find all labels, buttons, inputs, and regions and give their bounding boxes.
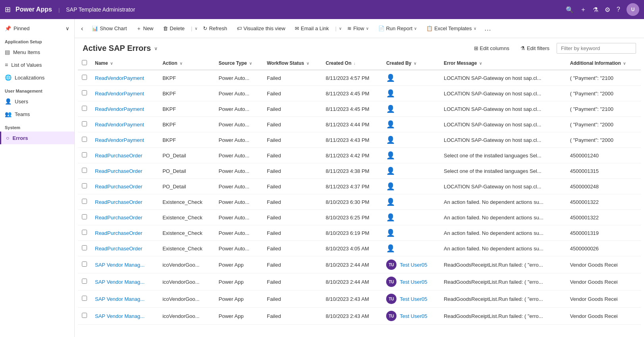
row-name-link[interactable]: ReadPurchaseOrder — [95, 230, 142, 236]
row-name-link[interactable]: SAP Vendor Manag... — [95, 279, 145, 285]
help-icon[interactable]: ? — [617, 6, 620, 13]
row-checkbox[interactable] — [82, 261, 87, 267]
row-workflow-status-cell: Failed — [263, 132, 322, 148]
flow-button[interactable]: ≋ Flow ∨ — [343, 23, 372, 34]
row-action-cell: PO_Detail — [159, 163, 215, 179]
sidebar-item-menu-items[interactable]: ▤ Menu Items — [0, 46, 74, 58]
row-checkbox[interactable] — [82, 152, 87, 157]
visualize-button[interactable]: 🏷 Visualize this view — [233, 23, 289, 34]
row-name-link[interactable]: ReadVendorPayment — [95, 75, 144, 81]
user-name-link[interactable]: Test User05 — [400, 296, 427, 302]
col-header-action[interactable]: Action ∨ — [159, 57, 215, 70]
select-all-header[interactable] — [78, 57, 91, 70]
col-header-error-message[interactable]: Error Message ∨ — [440, 57, 566, 70]
back-button[interactable]: ‹ — [78, 23, 86, 34]
row-checkbox-cell — [78, 163, 91, 179]
edit-columns-button[interactable]: ⊞ Edit columns — [470, 43, 513, 53]
row-name-link[interactable]: ReadPurchaseOrder — [95, 215, 142, 221]
row-checkbox[interactable] — [82, 230, 87, 235]
section-user-management: User Management — [0, 84, 74, 95]
user-avatar[interactable]: U — [627, 3, 639, 16]
more-options-button[interactable]: … — [482, 24, 494, 33]
run-report-button[interactable]: 📄 Run Report ∨ — [374, 23, 421, 34]
add-icon[interactable]: ＋ — [580, 6, 586, 14]
row-created-on-cell: 8/10/2023 2:44 AM — [322, 256, 382, 273]
user-name-link[interactable]: Test User05 — [400, 279, 427, 285]
row-name-link[interactable]: ReadVendorPayment — [95, 122, 144, 128]
table-row: ReadPurchaseOrderPO_DetailPower Auto...F… — [78, 148, 641, 163]
email-link-button[interactable]: ✉ Email a Link — [291, 23, 333, 34]
sidebar-item-localizations[interactable]: 🌐 Localizations — [0, 71, 74, 84]
col-header-created-on[interactable]: Created On ↓ — [322, 57, 382, 70]
row-name-link[interactable]: ReadPurchaseOrder — [95, 184, 142, 190]
col-header-created-by[interactable]: Created By ∨ — [382, 57, 440, 70]
row-checkbox[interactable] — [82, 199, 87, 204]
show-chart-button[interactable]: 📊 Show Chart — [88, 23, 131, 34]
user-name-link[interactable]: Test User05 — [400, 313, 427, 319]
row-checkbox[interactable] — [82, 90, 87, 95]
row-name-link[interactable]: SAP Vendor Manag... — [95, 313, 145, 319]
row-checkbox[interactable] — [82, 214, 87, 219]
dropdown-icon-1[interactable]: ∨ — [195, 26, 197, 31]
dropdown-icon-2[interactable]: ∨ — [339, 26, 342, 31]
filter-icon[interactable]: ⚗ — [593, 6, 598, 14]
row-name-link[interactable]: ReadVendorPayment — [95, 106, 144, 112]
user-name-link[interactable]: Test User05 — [400, 262, 427, 268]
row-checkbox[interactable] — [82, 296, 87, 301]
row-name-link[interactable]: SAP Vendor Manag... — [95, 296, 145, 302]
row-workflow-status-cell: Failed — [263, 179, 322, 194]
sidebar-item-list-of-values[interactable]: ≡ List of Values — [0, 58, 74, 71]
row-checkbox[interactable] — [82, 279, 87, 284]
edit-filters-button[interactable]: ⚗ Edit filters — [516, 43, 553, 53]
row-checkbox[interactable] — [82, 168, 87, 173]
sidebar-item-teams[interactable]: 👥 Teams — [0, 108, 74, 120]
col-header-workflow-status[interactable]: Workflow Status ∨ — [263, 57, 322, 70]
anonymous-user-icon: 👤 — [386, 182, 395, 190]
row-checkbox[interactable] — [82, 137, 87, 142]
row-created-by-cell: 👤 — [382, 179, 440, 194]
row-name-cell: ReadVendorPayment — [91, 117, 159, 132]
row-name-link[interactable]: ReadVendorPayment — [95, 91, 144, 97]
row-action-cell: Existence_Check — [159, 241, 215, 256]
row-name-link[interactable]: ReadPurchaseOrder — [95, 199, 142, 205]
grid-icon[interactable]: ⊞ — [5, 5, 11, 14]
new-button[interactable]: ＋ New — [132, 23, 157, 35]
settings-icon[interactable]: ⚙ — [605, 6, 610, 14]
row-checkbox[interactable] — [82, 183, 87, 188]
row-checkbox[interactable] — [82, 106, 87, 111]
row-name-link[interactable]: ReadPurchaseOrder — [95, 153, 142, 159]
select-all-checkbox[interactable] — [82, 60, 87, 65]
col-header-name[interactable]: Name ∨ — [91, 57, 159, 70]
refresh-button[interactable]: ↻ Refresh — [199, 23, 231, 34]
anonymous-user-icon: 👤 — [386, 89, 395, 97]
row-checkbox[interactable] — [82, 245, 87, 250]
search-icon[interactable]: 🔍 — [566, 6, 574, 14]
row-name-link[interactable]: SAP Vendor Manag... — [95, 262, 145, 268]
col-header-additional-info[interactable]: Additional Information ∨ — [566, 57, 641, 70]
row-checkbox-cell — [78, 132, 91, 148]
row-error-message-cell: ReadGoodsReceiptList.Run failed: ( "erro… — [440, 256, 566, 273]
col-header-source-type[interactable]: Source Type ∨ — [215, 57, 263, 70]
content-area: ‹ 📊 Show Chart ＋ New 🗑 Delete | ∨ ↻ Refr… — [75, 19, 644, 337]
row-action-cell: BKPF — [159, 132, 215, 148]
row-name-link[interactable]: ReadPurchaseOrder — [95, 246, 142, 252]
flow-icon: ≋ — [347, 25, 352, 31]
row-source-type-cell: Power App — [215, 256, 263, 273]
page-title: Active SAP Errors — [83, 44, 151, 53]
row-checkbox[interactable] — [82, 313, 87, 318]
keyword-filter-input[interactable] — [557, 43, 636, 54]
excel-templates-button[interactable]: 📋 Excel Templates ∨ — [422, 23, 480, 34]
row-action-cell: BKPF — [159, 86, 215, 101]
delete-button[interactable]: 🗑 Delete — [159, 23, 189, 34]
columns-icon: ⊞ — [474, 45, 478, 51]
row-error-message-cell: ReadGoodsReceiptList.Run failed: ( "erro… — [440, 308, 566, 325]
sidebar-item-errors[interactable]: ○ Errors — [0, 132, 74, 144]
row-checkbox[interactable] — [82, 121, 87, 126]
page-title-dropdown-icon[interactable]: ∨ — [154, 46, 158, 51]
row-checkbox[interactable] — [82, 75, 87, 80]
sidebar-item-users[interactable]: 👤 Users — [0, 95, 74, 108]
sidebar-pinned[interactable]: 📌 Pinned ∨ — [0, 22, 74, 35]
row-name-link[interactable]: ReadPurchaseOrder — [95, 168, 142, 174]
row-name-link[interactable]: ReadVendorPayment — [95, 137, 144, 143]
row-action-cell: Existence_Check — [159, 194, 215, 210]
